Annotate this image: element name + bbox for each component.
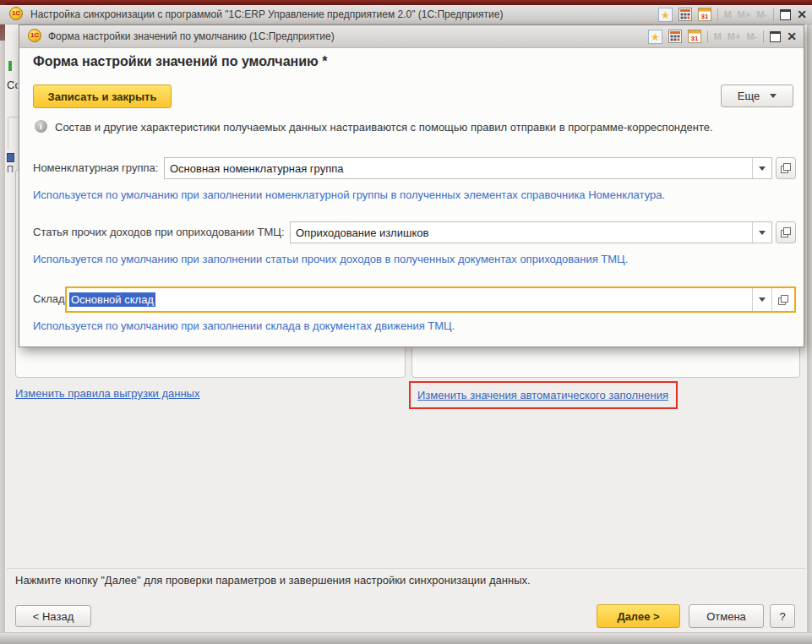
memory-subtract-button: М- <box>746 31 757 41</box>
dialog-titlebar-tools: ★ 31 М М+ М- ✕ <box>648 29 797 44</box>
clipped-text-fragment: П <box>7 164 14 176</box>
dropdown-arrow-icon[interactable] <box>752 158 771 178</box>
warehouse-hint: Используется по умолчанию при заполнении… <box>33 319 455 332</box>
help-button[interactable]: ? <box>770 604 795 628</box>
save-and-close-button[interactable]: Записать и закрыть <box>33 85 172 108</box>
titlebar-separator <box>773 8 774 21</box>
nomenclature-group-label: Номенклатурная группа: <box>33 161 158 174</box>
calculator-icon[interactable] <box>678 8 692 21</box>
dropdown-arrow-icon[interactable] <box>752 222 771 243</box>
maximize-icon[interactable] <box>770 31 781 42</box>
clipped-green-icon <box>8 61 12 71</box>
svg-text:31: 31 <box>690 35 698 42</box>
maximize-icon[interactable] <box>780 9 791 20</box>
highlight-red-frame: Изменить значения автоматического заполн… <box>409 381 678 409</box>
cancel-button[interactable]: Отмена <box>689 604 764 628</box>
other-income-item-field[interactable]: Оприходование излишков <box>290 221 772 243</box>
warehouse-label: Склад: <box>33 292 68 305</box>
more-button[interactable]: Еще <box>721 85 793 107</box>
memory-subtract-button: М- <box>756 9 767 19</box>
close-icon[interactable]: ✕ <box>797 9 807 19</box>
screen: 1С Настройка синхронизации с программой … <box>0 0 812 644</box>
clipped-text-fragment: Со <box>7 79 18 92</box>
open-value-button[interactable] <box>776 157 796 179</box>
chevron-down-icon <box>770 94 777 98</box>
memory-recall-button: М <box>714 31 722 41</box>
favorites-icon[interactable]: ★ <box>658 8 673 22</box>
memory-add-button: М+ <box>728 31 741 41</box>
clipped-panel-corner <box>8 117 19 150</box>
1c-app-icon: 1С <box>9 7 23 20</box>
other-income-item-value: Оприходование излишков <box>291 226 752 239</box>
titlebar-separator <box>707 30 708 43</box>
dialog-heading: Форма настройки значений по умолчанию * <box>33 54 327 69</box>
close-icon[interactable]: ✕ <box>787 31 797 41</box>
change-export-rules-link[interactable]: Изменить правила выгрузки данных <box>15 387 199 400</box>
wizard-hint-text: Нажмите кнопку "Далее" для проверки пара… <box>15 574 531 587</box>
titlebar-separator <box>763 30 764 43</box>
open-value-icon <box>781 227 791 237</box>
main-titlebar-tools: ★ 31 М М+ М- ✕ <box>658 7 807 22</box>
back-button[interactable]: < Назад <box>15 605 91 627</box>
titlebar-separator <box>717 8 718 21</box>
window-frame-bottom <box>0 632 812 644</box>
memory-recall-button: М <box>724 9 732 19</box>
other-income-item-hint: Используется по умолчанию при заполнении… <box>33 253 628 265</box>
calculator-icon[interactable] <box>668 30 682 43</box>
calendar-icon[interactable]: 31 <box>688 30 701 43</box>
svg-text:31: 31 <box>700 13 708 20</box>
nomenclature-group-value: Основная номенклатурная группа <box>165 162 752 175</box>
memory-add-button: М+ <box>738 9 751 19</box>
nomenclature-group-hint: Используется по умолчанию при заполнении… <box>33 188 665 201</box>
dialog-title: Форма настройки значений по умолчанию (1… <box>48 30 335 42</box>
footer-separator <box>7 568 805 569</box>
main-titlebar: 1С Настройка синхронизации с программой … <box>0 5 812 25</box>
more-button-label: Еще <box>738 90 760 102</box>
warehouse-value-selected: Основной склад <box>69 292 155 307</box>
other-income-item-label: Статья прочих доходов при оприходовании … <box>33 226 285 238</box>
change-autofill-values-link[interactable]: Изменить значения автоматического заполн… <box>417 389 668 401</box>
dialog-titlebar: 1С Форма настройки значений по умолчанию… <box>19 25 804 48</box>
1c-app-icon: 1С <box>28 29 41 42</box>
open-value-icon <box>778 295 788 305</box>
default-values-dialog: 1С Форма настройки значений по умолчанию… <box>19 25 804 347</box>
main-window-title: Настройка синхронизации с программой "1С… <box>30 8 503 20</box>
next-button[interactable]: Далее > <box>597 604 680 628</box>
calendar-icon[interactable]: 31 <box>698 8 711 21</box>
open-value-icon <box>781 163 791 173</box>
svg-text:★: ★ <box>661 9 670 21</box>
warehouse-field[interactable]: Основной склад <box>65 287 796 313</box>
window-frame-right <box>807 23 812 632</box>
window-frame-left <box>0 41 5 632</box>
favorites-icon[interactable]: ★ <box>648 30 662 44</box>
svg-text:★: ★ <box>651 31 660 43</box>
nomenclature-group-field[interactable]: Основная номенклатурная группа <box>164 157 772 179</box>
info-message: Состав и другие характеристики получаемы… <box>55 121 713 134</box>
open-value-button[interactable] <box>771 288 794 311</box>
open-value-button[interactable] <box>776 221 796 243</box>
clipped-blue-icon <box>7 153 14 162</box>
info-icon: i <box>35 120 47 133</box>
dropdown-arrow-icon[interactable] <box>752 288 771 311</box>
